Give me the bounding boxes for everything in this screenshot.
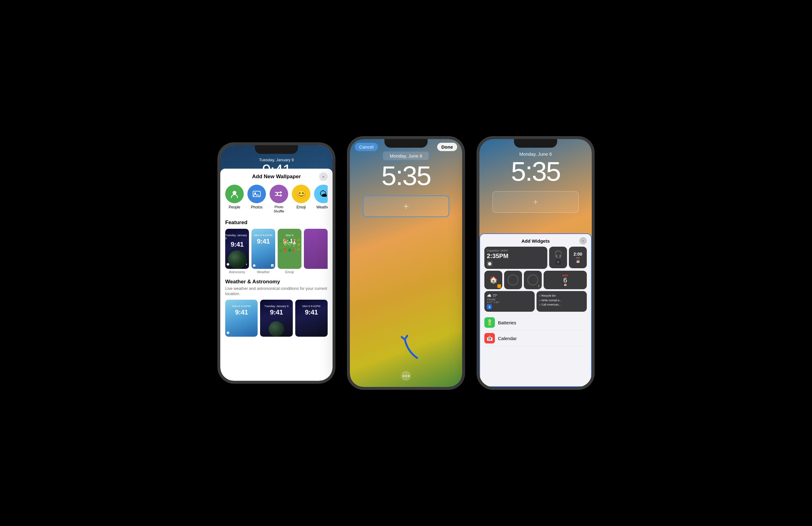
empty-widget-plus: +: [533, 197, 538, 207]
weather-label: Weather: [316, 205, 328, 209]
add-widgets-header: Add Widgets ×: [484, 238, 587, 244]
weather-widget[interactable]: Cupertino -3HRS 2:35PM 🕐: [484, 247, 547, 269]
calendar-label: Calendar: [498, 336, 517, 341]
reminders-widget[interactable]: ○ Recycle bin ○ Write nomad e... ○ Call …: [536, 291, 587, 312]
weather-item-1[interactable]: Mon 6 9:41PM 9:41 🕐: [225, 300, 258, 337]
calendar-widget-small[interactable]: MON 6 📅: [543, 271, 587, 289]
circle-widget-1[interactable]: [504, 271, 522, 289]
featured-weather[interactable]: Mon 6 9:41PM 9:41 🕐 📊 Weather: [251, 229, 275, 274]
emoji-icon: 😊: [292, 185, 310, 203]
svg-point-0: [233, 191, 236, 195]
wallpaper-type-emoji[interactable]: 😊 Emoji: [292, 185, 310, 213]
arrow-indicator: [398, 330, 423, 362]
add-widgets-panel: Add Widgets × Cupertino -3HRS 2:35PM 🕐: [479, 234, 592, 387]
phone-3: Monday, June 6 5:35 + Add Widgets ×: [477, 137, 594, 389]
dots-indicator[interactable]: [401, 371, 411, 381]
weather-astronomy-desc: Live weather and astronomical conditions…: [225, 286, 328, 297]
batteries-item[interactable]: 🔋 Batteries: [484, 315, 587, 331]
widgets-row-3: ☁️ 77° Cloudy H:77° L:60° 💧 ○ Recycle bi…: [484, 291, 587, 312]
circle-widget-2[interactable]: 🏃: [524, 271, 542, 289]
batteries-icon: 🔋: [484, 317, 495, 328]
sheet-title: Add New Wallpaper: [252, 174, 301, 180]
add-widgets-title: Add Widgets: [521, 238, 550, 244]
airpods-widget[interactable]: 🎧: [549, 247, 567, 268]
wallpaper-types: People Photos: [225, 185, 328, 213]
phone2-screen: Cancel Done Monday, June 6 5:35 +: [350, 139, 462, 387]
wallpaper-type-photos[interactable]: Photos: [247, 185, 266, 213]
sheet-close-button[interactable]: ×: [319, 172, 328, 181]
calendar-item[interactable]: 📅 Calendar: [484, 331, 587, 346]
sheet-header: Add New Wallpaper ×: [225, 174, 328, 180]
date-bar: Monday, June 6: [383, 151, 429, 160]
featured-grid: Tuesday, January 9 9:41 🕐 🌡 Astronomy: [225, 229, 328, 274]
time-p3: 5:35: [511, 158, 560, 185]
widget-add-box[interactable]: +: [363, 195, 449, 217]
photos-icon: [247, 185, 266, 203]
featured-astronomy[interactable]: Tuesday, January 9 9:41 🕐 🌡 Astronomy: [225, 229, 249, 274]
phone-1: Tuesday, January 9 9:41 Add New Wallpape…: [218, 143, 335, 383]
featured-extra: [304, 229, 328, 274]
weather-icon: 🌤: [314, 185, 328, 203]
featured-astronomy-label: Astronomy: [225, 270, 249, 274]
featured-emoji-label: Emoji: [278, 270, 301, 274]
time-widget[interactable]: 2:00 PM 📅: [569, 247, 587, 268]
add-widgets-close[interactable]: ×: [579, 237, 587, 244]
time-display: 5:35: [381, 162, 430, 189]
widget-plus-icon: +: [403, 201, 409, 212]
shuffle-icon: [270, 185, 288, 203]
shuffle-label: PhotoShuffle: [274, 205, 284, 213]
home-widget[interactable]: 🏠: [484, 271, 502, 289]
wallpaper-type-people[interactable]: People: [225, 185, 244, 213]
wallpaper-type-weather[interactable]: 🌤 Weather: [314, 185, 328, 213]
featured-section-title: Featured: [225, 220, 328, 226]
weather-detail-widget[interactable]: ☁️ 77° Cloudy H:77° L:60° 💧: [484, 291, 535, 312]
phones-container: Tuesday, January 9 9:41 Add New Wallpape…: [218, 137, 594, 389]
widgets-row-1: Cupertino -3HRS 2:35PM 🕐 🎧: [484, 247, 587, 269]
phone3-screen: Monday, June 6 5:35 + Add Widgets ×: [479, 139, 592, 387]
featured-emoji[interactable]: Mon 6 9:41 🎄🍁🌲🍂🎋🌿🍀🌱🍃🌾🎄🍁🌲🍂🎋 Emoji: [278, 229, 301, 274]
weather-item-2[interactable]: Tuesday, January 9 9:41: [260, 300, 292, 337]
batteries-label: Batteries: [498, 320, 516, 325]
weather-item-3[interactable]: Mon 6 9:41PM 9:41: [295, 300, 328, 337]
phone-2: Cancel Done Monday, June 6 5:35 +: [347, 137, 465, 389]
featured-weather-label: Weather: [251, 270, 275, 274]
add-wallpaper-sheet: Add New Wallpaper × People: [220, 169, 333, 381]
app-list: 🔋 Batteries 📅 Calendar: [484, 315, 587, 346]
phone1-screen: Tuesday, January 9 9:41 Add New Wallpape…: [220, 145, 333, 381]
widgets-row-2: 🏠 🏃 MON 6 📅: [484, 271, 587, 289]
photos-label: Photos: [251, 205, 262, 209]
weather-astronomy-title: Weather & Astronomy: [225, 279, 328, 285]
widget-empty-box[interactable]: +: [492, 191, 579, 213]
wallpaper-type-shuffle[interactable]: PhotoShuffle: [270, 185, 288, 213]
people-icon: [225, 185, 244, 203]
people-label: People: [229, 205, 240, 209]
weather-grid: Mon 6 9:41PM 9:41 🕐 Tuesday, January 9 9…: [225, 300, 328, 337]
emoji-label: Emoji: [296, 205, 306, 209]
calendar-icon: 📅: [484, 333, 495, 344]
